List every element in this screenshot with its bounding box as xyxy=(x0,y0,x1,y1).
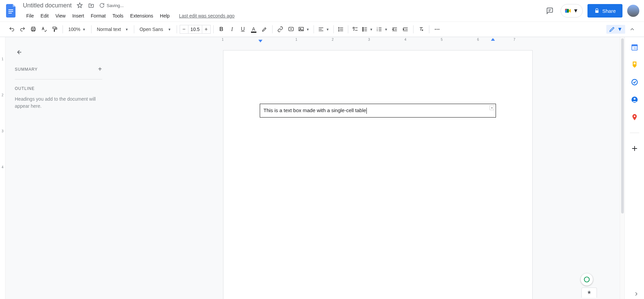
menu-tools[interactable]: Tools xyxy=(109,12,127,20)
insert-comment-button[interactable] xyxy=(286,24,296,34)
spellcheck-button[interactable] xyxy=(39,24,49,34)
summary-heading: SUMMARY xyxy=(15,67,38,72)
add-summary-button[interactable]: + xyxy=(98,65,102,73)
vertical-scrollbar[interactable] xyxy=(620,37,624,299)
caret-down-icon: ▼ xyxy=(573,8,578,14)
vruler-mark: 4 xyxy=(2,165,4,169)
line-spacing-dropdown[interactable] xyxy=(336,24,345,34)
font-size-decrease[interactable]: − xyxy=(180,25,188,34)
collapse-side-panel-button[interactable] xyxy=(633,291,639,297)
italic-button[interactable]: I xyxy=(227,24,237,34)
share-button[interactable]: Share xyxy=(587,4,622,18)
svg-rect-8 xyxy=(53,27,56,29)
outline-panel: SUMMARY + OUTLINE Headings you add to th… xyxy=(5,37,112,299)
menu-bar: File Edit View Insert Format Tools Exten… xyxy=(23,11,544,21)
svg-point-13 xyxy=(362,27,363,28)
editing-mode-dropdown[interactable]: ▼ xyxy=(606,25,625,34)
align-dropdown[interactable]: ▼ xyxy=(317,24,331,34)
clear-formatting-button[interactable] xyxy=(416,24,426,34)
get-addons-button[interactable] xyxy=(631,144,639,153)
more-button[interactable] xyxy=(432,24,442,34)
checklist-dropdown[interactable] xyxy=(351,24,360,34)
menu-view[interactable]: View xyxy=(52,12,69,20)
undo-button[interactable] xyxy=(7,24,17,34)
menu-help[interactable]: Help xyxy=(156,12,173,20)
font-size-stepper: − 10.5 + xyxy=(180,25,211,34)
meet-icon xyxy=(564,7,572,14)
insert-image-dropdown[interactable]: ▼ xyxy=(297,24,311,34)
paint-format-button[interactable] xyxy=(50,24,60,34)
titlebar: Untitled document Saving... File Edit Vi… xyxy=(0,0,644,22)
decrease-indent-button[interactable] xyxy=(390,24,400,34)
table-options-button[interactable]: ▾ xyxy=(490,105,494,110)
increase-indent-button[interactable] xyxy=(400,24,410,34)
document-page[interactable]: This is a text box made with a single-ce… xyxy=(223,51,532,299)
insert-link-button[interactable] xyxy=(275,24,285,34)
contacts-icon[interactable] xyxy=(631,96,639,104)
first-line-indent-marker[interactable] xyxy=(258,40,262,42)
ruler-mark: 6 xyxy=(477,38,479,41)
font-size-increase[interactable]: + xyxy=(202,25,211,34)
zoom-dropdown[interactable]: 100%▼ xyxy=(66,24,88,34)
menu-format[interactable]: Format xyxy=(87,12,109,20)
toolbar: 100%▼ Normal text▼ Open Sans▼ − 10.5 + B… xyxy=(0,22,644,37)
bold-button[interactable]: B xyxy=(216,24,226,34)
menu-insert[interactable]: Insert xyxy=(69,12,87,20)
paragraph-style-dropdown[interactable]: Normal text▼ xyxy=(94,24,131,34)
move-icon[interactable] xyxy=(88,2,95,9)
print-button[interactable] xyxy=(28,24,38,34)
vruler-mark: 3 xyxy=(2,129,4,133)
svg-point-15 xyxy=(362,30,363,31)
maps-icon[interactable] xyxy=(631,113,639,121)
svg-rect-12 xyxy=(353,27,354,29)
explore-tab[interactable] xyxy=(581,288,597,298)
keep-icon[interactable] xyxy=(631,61,639,69)
docs-logo[interactable] xyxy=(5,4,18,18)
svg-text:31: 31 xyxy=(633,46,637,50)
horizontal-ruler[interactable]: 1 1 2 3 4 5 6 7 xyxy=(112,37,620,44)
calendar-icon[interactable]: 31 xyxy=(631,43,639,51)
meet-button[interactable]: ▼ xyxy=(561,4,583,18)
text-color-button[interactable]: A xyxy=(249,24,259,34)
svg-point-14 xyxy=(362,29,363,30)
ruler-mark: 1 xyxy=(222,38,224,41)
hide-menus-button[interactable] xyxy=(627,24,637,34)
outline-close-button[interactable] xyxy=(15,48,102,56)
cloud-status: Saving... xyxy=(99,3,124,8)
menu-extensions[interactable]: Extensions xyxy=(127,12,156,20)
star-icon[interactable] xyxy=(76,2,83,9)
font-dropdown[interactable]: Open Sans▼ xyxy=(137,24,174,34)
right-indent-marker[interactable] xyxy=(491,38,495,41)
table-cell[interactable]: This is a text box made with a single-ce… xyxy=(261,105,495,117)
document-title[interactable]: Untitled document xyxy=(23,2,72,9)
underline-button[interactable]: U xyxy=(238,24,248,34)
ruler-mark: 1 xyxy=(295,38,297,41)
svg-point-30 xyxy=(634,115,635,117)
highlight-button[interactable] xyxy=(259,24,270,34)
ruler-mark: 5 xyxy=(441,38,443,41)
document-table[interactable]: This is a text box made with a single-ce… xyxy=(260,104,496,118)
bulleted-list-dropdown[interactable]: ▼ xyxy=(360,24,374,34)
svg-rect-0 xyxy=(8,9,13,10)
ruler-mark: 3 xyxy=(368,38,370,41)
font-size-value[interactable]: 10.5 xyxy=(188,25,202,34)
scrollbar-thumb[interactable] xyxy=(621,38,624,213)
account-avatar[interactable] xyxy=(627,5,639,17)
menu-file[interactable]: File xyxy=(23,12,37,20)
comments-icon[interactable] xyxy=(544,5,556,17)
share-label: Share xyxy=(602,8,616,14)
tasks-icon[interactable] xyxy=(631,78,639,86)
menu-edit[interactable]: Edit xyxy=(37,12,52,20)
svg-point-20 xyxy=(437,29,438,30)
style-value: Normal text xyxy=(97,27,121,32)
explore-fab[interactable] xyxy=(581,273,593,286)
svg-rect-24 xyxy=(632,45,637,46)
last-edit-link[interactable]: Last edit was seconds ago xyxy=(179,13,235,19)
numbered-list-dropdown[interactable]: 123▼ xyxy=(375,24,389,34)
lock-icon xyxy=(594,8,600,13)
redo-button[interactable] xyxy=(17,24,28,34)
zoom-value: 100% xyxy=(68,27,80,32)
ruler-mark: 7 xyxy=(513,38,515,41)
workspace: 1 2 3 4 SUMMARY + OUTLINE Headings you a… xyxy=(0,37,644,299)
saving-label: Saving... xyxy=(107,3,124,8)
